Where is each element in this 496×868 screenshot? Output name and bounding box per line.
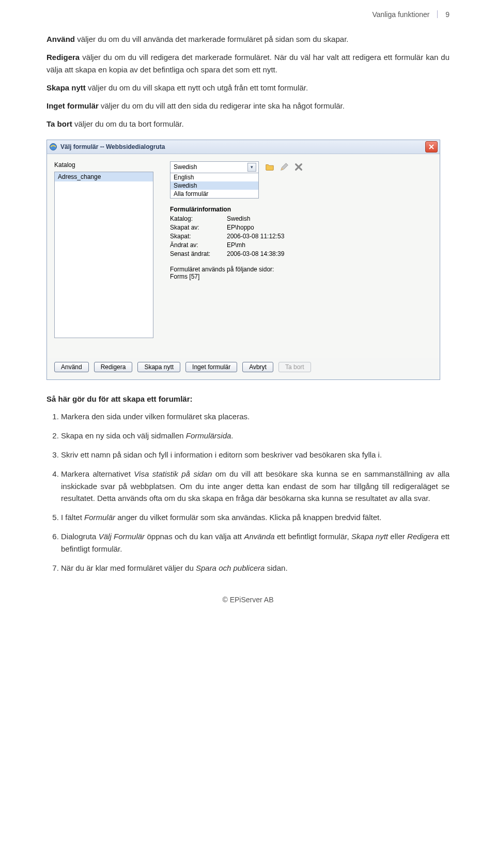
step-2-b: .: [231, 431, 233, 440]
step-5: I fältet Formulär anger du vilket formul…: [61, 511, 450, 523]
step-6-i2: Använda: [244, 532, 274, 541]
term-anvand: Använd: [47, 35, 75, 43]
iconbar: [265, 161, 303, 173]
step-7: När du är klar med formuläret väljer du …: [61, 562, 450, 574]
steps-heading: Så här gör du för att skapa ett forumlär…: [47, 394, 450, 403]
form-info-grid: Katalog:Swedish Skapat av:EP\hoppo Skapa…: [170, 215, 432, 257]
usage-value: Forms [57]: [170, 273, 432, 280]
skapa-nytt-button[interactable]: Skapa nytt: [137, 362, 180, 372]
step-6-i4: Redigera: [407, 532, 439, 541]
step-4-i: Visa statistik på sidan: [134, 469, 212, 478]
katalog-selected[interactable]: Swedish ▾: [171, 162, 258, 173]
close-button[interactable]: [425, 141, 438, 153]
step-1: Markera den sida under vilken formuläret…: [61, 410, 450, 422]
delete-x-icon[interactable]: [294, 162, 303, 173]
step-6-d: eller: [388, 532, 407, 541]
steps-list: Markera den sida under vilken formuläret…: [47, 410, 450, 574]
section-title: Vanliga funktioner: [372, 10, 429, 19]
close-icon: [429, 144, 434, 149]
step-7-a: När du är klar med formuläret väljer du: [61, 564, 196, 572]
ie-icon: [49, 143, 57, 151]
katalog-option[interactable]: Alla formulär: [171, 190, 258, 198]
inget-formular-button[interactable]: Inget formulär: [185, 362, 237, 372]
step-3-text: Skriv ett namn på sidan och fyll i infor…: [61, 450, 382, 459]
term-skapa-nytt: Skapa nytt: [47, 83, 86, 92]
step-6-i3: Skapa nytt: [351, 532, 388, 541]
dialog-body: Katalog Adress_change Swedish ▾ English: [47, 154, 440, 358]
step-5-a: I fältet: [61, 513, 84, 522]
info-val: Swedish: [227, 215, 432, 222]
info-key: Skapat av:: [170, 224, 227, 231]
dialog-footer: Använd Redigera Skapa nytt Inget formulä…: [47, 358, 440, 379]
info-val: EP\mh: [227, 241, 432, 249]
katalog-label: Katalog: [54, 161, 158, 169]
text-redigera: väljer du om du vill redigera det marker…: [47, 53, 450, 73]
step-1-text: Markera den sida under vilken formuläret…: [61, 412, 250, 421]
list-item[interactable]: Adress_change: [55, 172, 153, 181]
step-5-b: anger du vilket formulär som ska använda…: [115, 513, 381, 522]
step-6-a: Dialogruta: [61, 532, 99, 541]
para-skapa-nytt: Skapa nytt väljer du om du vill skapa et…: [47, 82, 450, 94]
katalog-option[interactable]: Swedish: [171, 181, 258, 190]
step-5-i: Formulär: [84, 513, 115, 522]
avbryt-button[interactable]: Avbryt: [242, 362, 273, 372]
para-anvand: Använd väljer du om du vill använda det …: [47, 33, 450, 45]
info-val: 2006-03-08 11:12:53: [227, 233, 432, 240]
text-skapa-nytt: väljer du om du vill skapa ett nytt och …: [86, 83, 308, 92]
dialog-title: Välj formulär -- Webbsidedialogruta: [60, 143, 425, 150]
term-ta-bort: Ta bort: [47, 119, 72, 128]
select-form-dialog: Välj formulär -- Webbsidedialogruta Kata…: [47, 140, 440, 380]
katalog-option[interactable]: English: [171, 173, 258, 181]
chevron-down-icon: ▾: [247, 163, 256, 172]
usage-line: Formuläret används på följande sidor:: [170, 266, 432, 273]
step-3: Skriv ett namn på sidan och fyll i infor…: [61, 449, 450, 461]
step-4-a: Markera alternativet: [61, 469, 134, 478]
para-inget-formular: Inget formulär väljer du om du vill att …: [47, 100, 450, 112]
para-redigera: Redigera väljer du om du vill redigera d…: [47, 51, 450, 75]
step-7-b: sidan.: [265, 564, 287, 572]
step-2-i: Formulärsida: [186, 431, 231, 440]
form-info: Formulärinformation Katalog:Swedish Skap…: [170, 206, 432, 280]
info-key: Senast ändrat:: [170, 250, 227, 257]
folder-icon[interactable]: [265, 162, 274, 173]
step-7-i: Spara och publicera: [196, 564, 265, 572]
step-2-a: Skapa en ny sida och välj sidmallen: [61, 431, 186, 440]
dialog-left-pane: Katalog Adress_change: [54, 161, 158, 353]
text-inget-formular: väljer du om du vill att den sida du red…: [99, 101, 345, 110]
info-val: 2006-03-08 14:38:39: [227, 250, 432, 257]
term-inget-formular: Inget formulär: [47, 101, 99, 110]
info-key: Ändrat av:: [170, 241, 227, 249]
katalog-dropdown[interactable]: Swedish ▾ English Swedish Alla formulär: [170, 161, 259, 199]
step-6-b: öppnas och du kan välja att: [145, 532, 244, 541]
term-redigera: Redigera: [47, 53, 80, 62]
header-separator: [437, 10, 438, 18]
page-header: Vanliga funktioner 9: [47, 10, 450, 19]
pencil-icon[interactable]: [280, 162, 289, 173]
step-6: Dialogruta Välj Formulär öppnas och du k…: [61, 530, 450, 555]
dialog-right-pane: Swedish ▾ English Swedish Alla formulär: [170, 161, 432, 353]
step-2: Skapa en ny sida och välj sidmallen Form…: [61, 430, 450, 441]
form-listbox[interactable]: Adress_change: [54, 172, 153, 338]
page-number: 9: [445, 10, 450, 19]
step-4: Markera alternativet Visa statistik på s…: [61, 468, 450, 504]
ta-bort-button: Ta bort: [278, 362, 311, 372]
redigera-button[interactable]: Redigera: [94, 362, 133, 372]
para-ta-bort: Ta bort väljer du om du ta bort formulär…: [47, 118, 450, 130]
info-key: Skapat:: [170, 233, 227, 240]
katalog-row: Swedish ▾ English Swedish Alla formulär: [170, 161, 432, 199]
katalog-selected-value: Swedish: [174, 163, 197, 171]
text-anvand: väljer du om du vill använda det markera…: [75, 35, 348, 43]
form-info-heading: Formulärinformation: [170, 206, 432, 213]
form-info-usage: Formuläret används på följande sidor: Fo…: [170, 266, 432, 280]
text-ta-bort: väljer du om du ta bort formulär.: [72, 119, 184, 128]
step-6-c: ett befintligt formulär,: [275, 532, 351, 541]
info-key: Katalog:: [170, 215, 227, 222]
step-6-i1: Välj Formulär: [99, 532, 145, 541]
copyright-footer: © EPiServer AB: [47, 596, 450, 604]
dialog-screenshot: Välj formulär -- Webbsidedialogruta Kata…: [47, 140, 450, 380]
anvand-button[interactable]: Använd: [54, 362, 89, 372]
info-val: EP\hoppo: [227, 224, 432, 231]
dialog-titlebar: Välj formulär -- Webbsidedialogruta: [47, 140, 440, 154]
